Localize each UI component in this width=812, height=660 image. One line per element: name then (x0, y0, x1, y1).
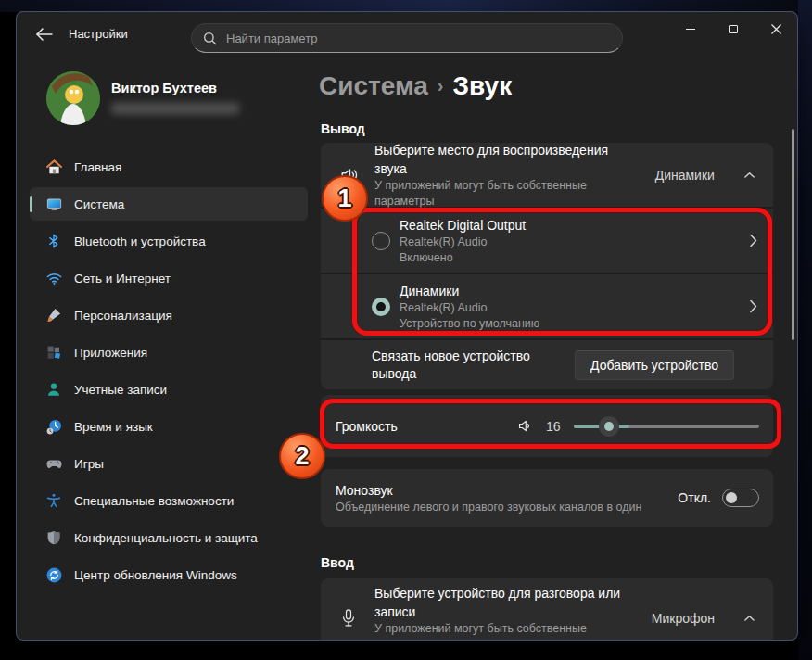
mono-title: Монозвук (336, 481, 641, 500)
output-section-label: Вывод (321, 121, 365, 136)
input-picker-value: Микрофон (652, 611, 715, 626)
annotation-step-2: 2 (279, 433, 325, 479)
chevron-up-icon (744, 171, 755, 179)
breadcrumb-root[interactable]: Система (319, 71, 428, 100)
input-picker-title: Выберите устройство для разговора или за… (374, 584, 626, 621)
input-device-card[interactable]: Выберите устройство для разговора или за… (321, 578, 773, 641)
pair-device-label: Связать новое устройство вывода (372, 348, 552, 383)
desktop-background: Настройки Найти параметр (0, 0, 812, 660)
output-picker-subtitle: У приложений могут быть собственные пара… (374, 178, 629, 209)
mono-toggle[interactable] (722, 489, 759, 507)
pair-device-row: Связать новое устройство вывода Добавить… (321, 338, 773, 389)
page-title: Звук (453, 71, 513, 100)
annotation-rect-devices (352, 208, 772, 336)
mono-toggle-state: Откл. (678, 490, 711, 505)
output-picker-value: Динамики (655, 168, 715, 183)
input-picker-subtitle: У приложений могут быть собственные пара… (374, 621, 626, 641)
scrollbar[interactable] (792, 129, 794, 340)
mono-subtitle: Объединение левого и правого звуковых ка… (336, 500, 641, 515)
chevron-up-icon (744, 615, 755, 622)
mono-audio-card: Монозвук Объединение левого и правого зв… (321, 469, 773, 527)
output-device-picker[interactable]: Выберите место для воспроизведения звука… (321, 143, 773, 207)
annotation-step-1: 1 (322, 175, 368, 222)
breadcrumb-separator: › (428, 75, 453, 95)
microphone-icon (339, 608, 362, 628)
add-device-button[interactable]: Добавить устройство (575, 350, 734, 380)
annotation-rect-volume (320, 399, 781, 449)
input-section-label: Ввод (321, 555, 354, 570)
breadcrumb: Система›Звук (319, 71, 512, 101)
output-picker-title: Выберите место для воспроизведения звука (374, 143, 629, 178)
